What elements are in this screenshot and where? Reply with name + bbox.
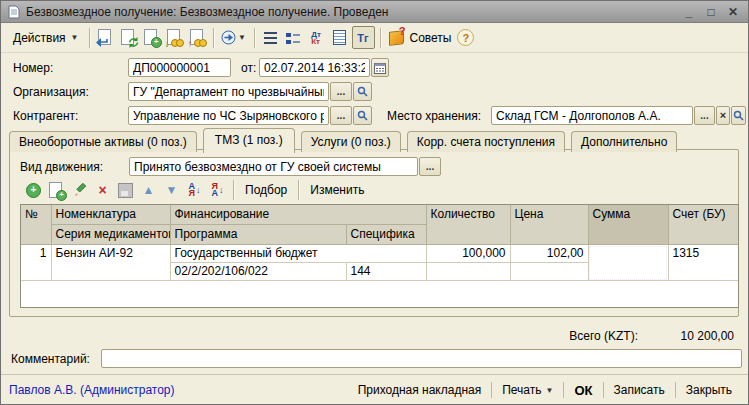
actions-menu-button[interactable]: Действия ▼: [7, 28, 85, 48]
cell-num[interactable]: 1: [21, 245, 51, 281]
organization-open-button[interactable]: [353, 82, 372, 101]
question-mark: ?: [399, 25, 406, 37]
add-row-icon[interactable]: +: [23, 180, 44, 201]
col-header-sum[interactable]: Сумма: [588, 205, 668, 245]
storage-input[interactable]: [491, 106, 693, 125]
post-document-icon[interactable]: ↓: [164, 27, 185, 48]
cell-quantity[interactable]: 100,000: [426, 245, 510, 263]
sort-arrow: ↓: [219, 185, 224, 195]
list-lines-shape: [264, 32, 277, 44]
organization-select-button[interactable]: ...: [330, 82, 352, 101]
copy-icon[interactable]: +: [141, 27, 162, 48]
ok-button[interactable]: ОК: [566, 381, 600, 400]
col-header-price[interactable]: Цена: [510, 205, 588, 245]
storage-select-button[interactable]: ...: [694, 106, 715, 125]
tenge-prices-toggle[interactable]: Тг: [352, 26, 375, 49]
number-input[interactable]: [128, 58, 231, 77]
minimize-icon[interactable]: _: [681, 5, 697, 19]
advisor-icon[interactable]: ?: [386, 27, 407, 48]
save-button[interactable]: Записать: [606, 381, 673, 399]
col-header-nomenclature[interactable]: Номенклатура: [51, 205, 170, 225]
organization-label: Организация:: [13, 85, 89, 99]
sort-ascending-icon[interactable]: АЯ↓: [184, 180, 205, 201]
counterparty-open-button[interactable]: [353, 106, 372, 125]
movement-type-label: Вид движения:: [20, 160, 103, 174]
move-down-icon[interactable]: ▼: [161, 180, 182, 201]
debit-credit-icon[interactable]: ДтКт: [306, 27, 327, 48]
chevron-down-icon: ▼: [546, 386, 554, 395]
col-header-program[interactable]: Программа: [170, 225, 346, 245]
comment-input[interactable]: [101, 349, 742, 368]
cell-nomenclature[interactable]: Бензин АИ-92: [51, 245, 170, 281]
footer-separator: [675, 382, 676, 398]
counterparty-input[interactable]: [128, 106, 329, 125]
tab-corr-accounts[interactable]: Корр. счета поступления: [407, 131, 565, 152]
green-plus-shape: +: [151, 37, 162, 48]
tab-noncurrent-assets[interactable]: Внеоборотные активы (0 поз.): [9, 131, 197, 152]
cell-program[interactable]: 02/2/202/106/022: [170, 263, 346, 281]
number-label: Номер:: [13, 61, 53, 75]
tab-tmz[interactable]: ТМЗ (1 поз.): [203, 128, 295, 153]
pick-button[interactable]: Подбор: [238, 181, 294, 199]
print-button[interactable]: Печать ▼: [494, 381, 561, 399]
cell-financing[interactable]: Государственный бюджет: [170, 245, 426, 263]
change-button[interactable]: Изменить: [303, 181, 371, 199]
col-header-num[interactable]: №: [21, 205, 51, 245]
tab-additional[interactable]: Дополнительно: [571, 131, 677, 152]
close-icon[interactable]: ✕: [725, 5, 741, 19]
red-up-arrow: ↑: [188, 39, 193, 49]
dtkt-text: ДтКт: [311, 31, 321, 45]
table-toolbar: + + × ▲ ▼ АЯ↓ ЯА↓ Подбор Изменить: [22, 179, 371, 201]
checkbox-settings-icon[interactable]: [283, 27, 304, 48]
sort-descending-icon[interactable]: ЯА↓: [207, 180, 228, 201]
maximize-icon[interactable]: □: [703, 5, 719, 19]
storage-open-button[interactable]: [731, 106, 746, 125]
close-button[interactable]: Закрыть: [678, 381, 740, 399]
sort-letters: АЯ: [189, 183, 196, 197]
add-copy-row-icon[interactable]: +: [46, 180, 67, 201]
col-header-specifics[interactable]: Специфика: [346, 225, 426, 245]
magnifier-icon: [357, 86, 368, 97]
help-icon[interactable]: ?: [457, 29, 474, 46]
letter-a: А: [212, 190, 219, 197]
cell-account[interactable]: 1315: [668, 245, 738, 281]
movement-type-input[interactable]: [129, 157, 418, 176]
tab-strip: Внеоборотные активы (0 поз.) ТМЗ (1 поз.…: [9, 128, 677, 152]
col-header-series[interactable]: Серия медикаментов: [51, 225, 170, 245]
unpost-document-icon[interactable]: ↑: [187, 27, 208, 48]
tab-services[interactable]: Услуги (0 поз.): [301, 131, 401, 152]
organization-input[interactable]: [128, 82, 329, 101]
counterparty-select-button[interactable]: ...: [330, 106, 352, 125]
goto-menu-icon[interactable]: ▼: [219, 27, 249, 48]
storage-clear-button[interactable]: ×: [716, 106, 730, 125]
movements-report-icon[interactable]: [329, 27, 350, 48]
move-up-icon[interactable]: ▲: [138, 180, 159, 201]
refresh-icon[interactable]: [118, 27, 139, 48]
edit-row-icon[interactable]: [69, 180, 90, 201]
date-input[interactable]: [259, 58, 370, 77]
col-header-quantity[interactable]: Количество: [426, 205, 510, 245]
receipt-invoice-button[interactable]: Приходная накладная: [350, 381, 490, 399]
delete-row-icon[interactable]: ×: [92, 180, 113, 201]
items-table[interactable]: № Номенклатура Финансирование Количество…: [20, 204, 739, 308]
cell-quantity-2[interactable]: [426, 263, 510, 281]
sort-arrow: ↓: [196, 185, 201, 195]
col-header-account[interactable]: Счет (БУ): [668, 205, 738, 245]
reread-icon[interactable]: [95, 27, 116, 48]
cell-sum-selected[interactable]: 10 200,00: [588, 245, 668, 281]
end-edit-icon[interactable]: [115, 180, 136, 201]
table-row[interactable]: 1 Бензин АИ-92 Государственный бюджет 10…: [21, 245, 738, 263]
movement-type-select-button[interactable]: ...: [419, 157, 441, 176]
toolbar-separator: [213, 28, 214, 48]
cell-specifics[interactable]: 144: [346, 263, 426, 281]
cell-price-2[interactable]: [510, 263, 588, 281]
user-link[interactable]: Павлов А.В. (Администратор): [9, 383, 175, 397]
calendar-button[interactable]: [371, 58, 389, 77]
tmz-tab-panel: Вид движения: ... + + × ▲ ▼ АЯ↓ ЯА↓ Подб…: [9, 149, 739, 317]
structure-icon[interactable]: [260, 27, 281, 48]
sort-letters: ЯА: [212, 183, 219, 197]
col-header-financing[interactable]: Финансирование: [170, 205, 426, 225]
cell-price[interactable]: 102,00: [510, 245, 588, 263]
tips-button[interactable]: Советы: [408, 28, 458, 48]
goto-arrow-shape: [221, 30, 236, 45]
